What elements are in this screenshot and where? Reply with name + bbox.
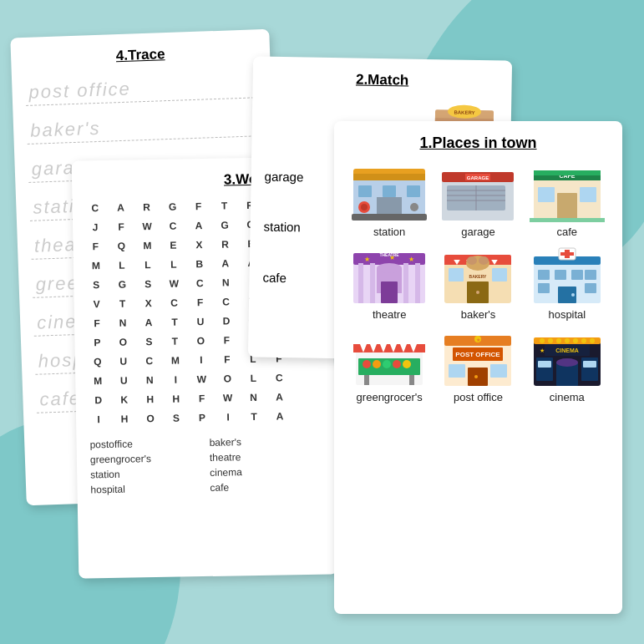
trace-text-2: baker's bbox=[30, 118, 101, 142]
place-item-hospital: hospital bbox=[525, 246, 609, 321]
ws-cell-4-1: G bbox=[113, 276, 131, 294]
wordsearch-wordlist: postoffice baker's greengrocer's theatre… bbox=[89, 435, 322, 496]
svg-rect-82 bbox=[585, 270, 596, 280]
svg-point-72 bbox=[476, 291, 479, 294]
ws-cell-4-2: S bbox=[139, 275, 157, 293]
ws-word-2: baker's bbox=[209, 435, 322, 449]
svg-rect-54 bbox=[381, 281, 398, 303]
ws-cell-9-1: U bbox=[114, 372, 133, 390]
ws-cell-2-2: M bbox=[138, 236, 156, 255]
ws-word-8: cafe bbox=[210, 480, 322, 494]
svg-point-99 bbox=[393, 360, 401, 368]
svg-rect-24 bbox=[352, 214, 427, 221]
svg-rect-81 bbox=[571, 270, 583, 280]
ws-cell-9-2: N bbox=[140, 371, 159, 389]
svg-point-118 bbox=[565, 338, 570, 343]
place-img-greengrocer bbox=[352, 329, 427, 388]
trace-line-2: baker's bbox=[27, 113, 260, 145]
svg-rect-108 bbox=[490, 364, 507, 378]
ws-word-5: station bbox=[90, 467, 203, 480]
ws-cell-9-8 bbox=[296, 368, 314, 387]
place-item-greengrocer: greengrocer's bbox=[347, 329, 431, 403]
places-grid: station GARAGE garage bbox=[347, 164, 609, 403]
svg-rect-43 bbox=[530, 218, 605, 222]
ws-cell-10-0: D bbox=[89, 391, 107, 409]
ws-cell-2-3: E bbox=[164, 236, 182, 254]
ws-cell-11-5: I bbox=[219, 408, 237, 426]
ws-cell-9-5: O bbox=[218, 369, 236, 388]
svg-rect-83 bbox=[538, 283, 550, 293]
svg-text:BAKERY: BAKERY bbox=[469, 274, 488, 279]
svg-point-27 bbox=[410, 203, 418, 211]
ws-cell-9-3: I bbox=[166, 370, 185, 388]
ws-cell-0-1: A bbox=[111, 199, 129, 217]
ws-cell-4-0: S bbox=[87, 276, 105, 294]
ws-cell-5-0: V bbox=[87, 295, 105, 313]
ws-cell-2-5: R bbox=[216, 235, 234, 253]
ws-cell-7-0: P bbox=[88, 333, 106, 352]
ws-cell-11-3: S bbox=[167, 408, 185, 427]
svg-marker-45 bbox=[534, 170, 601, 175]
ws-cell-10-2: H bbox=[140, 390, 159, 408]
svg-point-26 bbox=[361, 204, 368, 210]
ws-cell-10-1: K bbox=[114, 390, 133, 408]
place-label-greengrocer: greengrocer's bbox=[357, 391, 423, 403]
place-item-cafe: CAFE cafe bbox=[525, 164, 609, 238]
ws-word-6: cinema bbox=[210, 465, 322, 479]
ws-cell-4-4: C bbox=[190, 274, 209, 292]
svg-rect-102 bbox=[409, 375, 414, 385]
place-label-postoffice: post office bbox=[454, 391, 503, 403]
svg-rect-41 bbox=[580, 187, 596, 202]
ws-cell-4-3: W bbox=[165, 274, 183, 292]
svg-rect-22 bbox=[407, 185, 420, 197]
svg-point-96 bbox=[363, 360, 371, 368]
svg-rect-80 bbox=[555, 270, 566, 280]
ws-cell-10-7: A bbox=[270, 388, 288, 406]
svg-text:THEATRE: THEATRE bbox=[380, 252, 400, 257]
ws-cell-9-7: C bbox=[270, 368, 288, 387]
ws-cell-6-3: T bbox=[165, 312, 184, 331]
ws-cell-5-4: F bbox=[190, 293, 209, 312]
ws-cell-7-5: F bbox=[217, 331, 236, 349]
ws-cell-3-0: M bbox=[87, 256, 105, 275]
svg-point-110 bbox=[474, 375, 478, 378]
svg-rect-40 bbox=[538, 187, 555, 202]
svg-rect-84 bbox=[585, 283, 596, 293]
svg-point-129 bbox=[556, 358, 578, 367]
place-img-bakery: BAKERY bbox=[440, 246, 515, 305]
svg-text:BAKERY: BAKERY bbox=[454, 110, 474, 115]
card-trace-title: 4.Trace bbox=[24, 43, 257, 68]
ws-cell-0-2: R bbox=[137, 198, 155, 216]
ws-cell-4-5: N bbox=[216, 273, 235, 292]
place-img-station bbox=[352, 164, 427, 222]
place-label-cinema: cinema bbox=[550, 391, 585, 403]
place-item-theatre: ★ ★ ★ THEATRE theatre bbox=[347, 246, 431, 321]
ws-cell-9-4: W bbox=[192, 370, 210, 388]
place-item-bakery: BAKERY baker's bbox=[436, 246, 520, 321]
ws-cell-6-4: U bbox=[191, 312, 210, 331]
trace-text-1: post office bbox=[28, 79, 131, 104]
svg-text:CINEMA: CINEMA bbox=[555, 347, 579, 353]
ws-cell-10-8 bbox=[296, 388, 314, 406]
svg-text:POST OFFICE: POST OFFICE bbox=[456, 351, 501, 358]
place-item-cinema: ★ ★ CINEMA cinema bbox=[525, 329, 609, 403]
svg-point-53 bbox=[377, 263, 402, 273]
svg-point-121 bbox=[590, 338, 595, 343]
svg-rect-19 bbox=[353, 174, 425, 180]
svg-rect-78 bbox=[560, 252, 574, 256]
svg-rect-49 bbox=[370, 263, 375, 303]
svg-point-119 bbox=[573, 338, 578, 343]
svg-rect-42 bbox=[557, 193, 577, 221]
ws-cell-1-4: A bbox=[190, 216, 208, 235]
ws-word-4: theatre bbox=[210, 450, 322, 464]
svg-point-97 bbox=[373, 360, 381, 368]
svg-point-115 bbox=[540, 338, 545, 343]
ws-cell-5-1: T bbox=[113, 295, 131, 313]
ws-cell-5-2: X bbox=[139, 294, 157, 312]
place-label-bakery: baker's bbox=[461, 308, 496, 321]
ws-cell-11-2: O bbox=[141, 409, 160, 428]
ws-cell-5-3: C bbox=[165, 293, 183, 312]
ws-cell-0-3: G bbox=[163, 197, 181, 216]
ws-cell-6-0: F bbox=[88, 314, 106, 332]
svg-point-70 bbox=[479, 256, 489, 265]
